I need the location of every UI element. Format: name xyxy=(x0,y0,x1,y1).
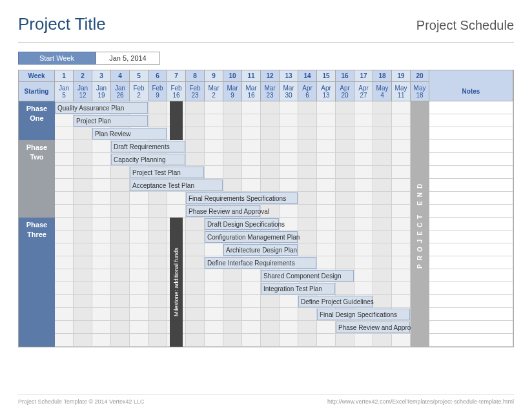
grid-cell[interactable] xyxy=(130,205,148,218)
grid-cell[interactable] xyxy=(242,166,261,179)
task-bar[interactable]: Architecture Design Plan xyxy=(223,244,298,256)
grid-cell[interactable] xyxy=(336,231,354,243)
grid-cell[interactable] xyxy=(242,153,261,166)
grid-cell[interactable] xyxy=(317,101,336,114)
grid-cell[interactable] xyxy=(148,256,167,269)
grid-cell[interactable] xyxy=(148,218,167,231)
grid-cell[interactable] xyxy=(186,282,205,295)
grid-cell[interactable] xyxy=(92,179,111,192)
grid-cell[interactable] xyxy=(261,179,280,192)
grid-cell[interactable] xyxy=(111,308,130,321)
grid-cell[interactable] xyxy=(280,114,298,127)
grid-cell[interactable] xyxy=(186,269,205,282)
grid-cell[interactable] xyxy=(392,295,411,308)
grid-cell[interactable] xyxy=(336,114,354,127)
grid-cell[interactable] xyxy=(74,166,92,179)
grid-cell[interactable] xyxy=(280,205,298,218)
notes-cell[interactable] xyxy=(429,243,513,256)
grid-cell[interactable] xyxy=(223,166,242,179)
grid-cell[interactable] xyxy=(392,114,411,127)
task-bar[interactable]: Project Test Plan xyxy=(130,167,204,178)
grid-cell[interactable] xyxy=(55,140,74,153)
grid-cell[interactable] xyxy=(298,179,317,192)
grid-cell[interactable] xyxy=(354,256,373,269)
grid-cell[interactable] xyxy=(130,282,148,295)
grid-cell[interactable] xyxy=(280,308,298,321)
grid-cell[interactable] xyxy=(317,153,336,166)
grid-cell[interactable] xyxy=(92,334,111,347)
grid-cell[interactable] xyxy=(392,218,411,231)
grid-cell[interactable] xyxy=(92,243,111,256)
task-bar[interactable]: Configuration Management Plan xyxy=(205,231,298,243)
grid-cell[interactable] xyxy=(74,218,92,231)
notes-cell[interactable] xyxy=(429,308,513,321)
grid-cell[interactable] xyxy=(148,114,167,127)
task-bar[interactable]: Project Plan xyxy=(74,115,148,127)
grid-cell[interactable] xyxy=(280,101,298,114)
task-bar[interactable]: Final Design Specifications xyxy=(317,309,410,320)
grid-cell[interactable] xyxy=(148,321,167,334)
notes-cell[interactable] xyxy=(429,114,513,127)
grid-cell[interactable] xyxy=(392,192,411,205)
grid-cell[interactable] xyxy=(148,282,167,295)
notes-cell[interactable] xyxy=(429,205,513,218)
grid-cell[interactable] xyxy=(205,140,223,153)
grid-cell[interactable] xyxy=(354,153,373,166)
grid-cell[interactable] xyxy=(186,295,205,308)
grid-cell[interactable] xyxy=(74,231,92,243)
grid-cell[interactable] xyxy=(373,166,392,179)
grid-cell[interactable] xyxy=(74,153,92,166)
grid-cell[interactable] xyxy=(205,269,223,282)
grid-cell[interactable] xyxy=(148,205,167,218)
grid-cell[interactable] xyxy=(223,153,242,166)
grid-cell[interactable] xyxy=(336,334,354,347)
grid-cell[interactable] xyxy=(55,269,74,282)
grid-cell[interactable] xyxy=(111,256,130,269)
grid-cell[interactable] xyxy=(242,308,261,321)
grid-cell[interactable] xyxy=(130,295,148,308)
grid-cell[interactable] xyxy=(111,321,130,334)
grid-cell[interactable] xyxy=(336,179,354,192)
task-bar[interactable]: Integration Test Plan xyxy=(261,283,335,294)
task-bar[interactable]: Acceptance Test Plan xyxy=(130,179,223,191)
grid-cell[interactable] xyxy=(148,231,167,243)
grid-cell[interactable] xyxy=(392,231,411,243)
grid-cell[interactable] xyxy=(373,282,392,295)
grid-cell[interactable] xyxy=(92,231,111,243)
grid-cell[interactable] xyxy=(298,231,317,243)
grid-cell[interactable] xyxy=(242,295,261,308)
grid-cell[interactable] xyxy=(317,192,336,205)
grid-cell[interactable] xyxy=(223,295,242,308)
grid-cell[interactable] xyxy=(130,231,148,243)
grid-cell[interactable] xyxy=(55,334,74,347)
grid-cell[interactable] xyxy=(167,192,186,205)
grid-cell[interactable] xyxy=(55,166,74,179)
grid-cell[interactable] xyxy=(92,166,111,179)
grid-cell[interactable] xyxy=(92,205,111,218)
task-bar[interactable]: Define Project Guidelines xyxy=(298,296,373,307)
grid-cell[interactable] xyxy=(317,334,336,347)
grid-cell[interactable] xyxy=(223,269,242,282)
grid-cell[interactable] xyxy=(74,321,92,334)
grid-cell[interactable] xyxy=(280,179,298,192)
grid-cell[interactable] xyxy=(298,205,317,218)
task-bar[interactable]: Draft Requirements xyxy=(111,141,185,152)
notes-cell[interactable] xyxy=(429,334,513,347)
grid-cell[interactable] xyxy=(55,127,74,140)
grid-cell[interactable] xyxy=(373,243,392,256)
grid-cell[interactable] xyxy=(130,321,148,334)
grid-cell[interactable] xyxy=(336,166,354,179)
grid-cell[interactable] xyxy=(55,218,74,231)
grid-cell[interactable] xyxy=(354,127,373,140)
grid-cell[interactable] xyxy=(317,140,336,153)
grid-cell[interactable] xyxy=(373,127,392,140)
task-bar[interactable]: Quality Assurance Plan xyxy=(55,102,148,114)
grid-cell[interactable] xyxy=(298,243,317,256)
grid-cell[interactable] xyxy=(55,192,74,205)
grid-cell[interactable] xyxy=(392,179,411,192)
grid-cell[interactable] xyxy=(223,282,242,295)
grid-cell[interactable] xyxy=(373,231,392,243)
grid-cell[interactable] xyxy=(148,334,167,347)
grid-cell[interactable] xyxy=(280,321,298,334)
grid-cell[interactable] xyxy=(92,192,111,205)
